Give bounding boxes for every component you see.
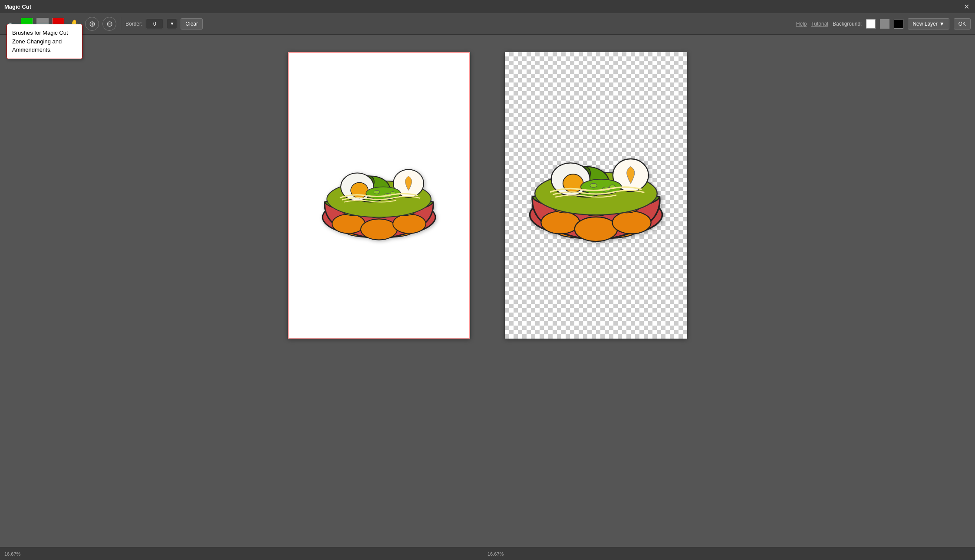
left-zoom-level: 16.67% (4, 551, 20, 557)
svg-point-5 (393, 214, 426, 234)
close-button[interactable]: ✕ (962, 2, 971, 11)
main-content (0, 35, 975, 547)
border-input[interactable] (146, 19, 163, 29)
svg-point-21 (541, 211, 580, 234)
right-canvas-panel (505, 52, 687, 339)
zoom-out-button[interactable]: ⊖ (102, 17, 116, 31)
status-bar: 16.67% 16.67% (0, 547, 975, 560)
background-label: Background: (833, 21, 862, 27)
title-bar: Magic Cut ✕ (0, 0, 975, 13)
left-canvas[interactable] (288, 52, 470, 339)
zoom-in-button[interactable]: ⊕ (85, 17, 99, 31)
right-bowl-image (520, 98, 672, 247)
svg-point-4 (361, 219, 397, 240)
border-label: Border: (125, 21, 142, 27)
toolbar: ▼ ✋ ⊕ ⊖ Border: ▼ Clear Help Tutorial Ba… (0, 13, 975, 35)
right-zoom-level: 16.67% (488, 551, 504, 557)
right-canvas[interactable] (505, 52, 687, 339)
new-layer-button[interactable]: New Layer ▼ (908, 18, 949, 30)
toolbar-right: Help Tutorial Background: New Layer ▼ OK (796, 18, 971, 30)
bg-white-swatch[interactable] (866, 19, 876, 29)
tooltip-text: Brushes for Magic Cut Zone Changing and … (12, 30, 68, 53)
bg-black-swatch[interactable] (894, 19, 903, 29)
svg-point-16 (374, 191, 380, 194)
left-canvas-panel (288, 52, 470, 339)
svg-point-34 (590, 184, 597, 188)
ok-button[interactable]: OK (954, 18, 971, 30)
bg-gray-swatch[interactable] (880, 19, 889, 29)
svg-point-22 (575, 217, 618, 241)
svg-point-23 (613, 211, 651, 234)
clear-button[interactable]: Clear (181, 18, 203, 30)
help-link[interactable]: Help (796, 21, 807, 27)
separator-1 (121, 17, 121, 30)
svg-point-3 (332, 214, 365, 234)
app-title: Magic Cut (4, 3, 31, 10)
left-bowl-image (314, 118, 444, 245)
border-dropdown[interactable]: ▼ (167, 19, 177, 29)
tutorial-link[interactable]: Tutorial (811, 21, 828, 27)
tooltip-box: Brushes for Magic Cut Zone Changing and … (7, 24, 82, 59)
